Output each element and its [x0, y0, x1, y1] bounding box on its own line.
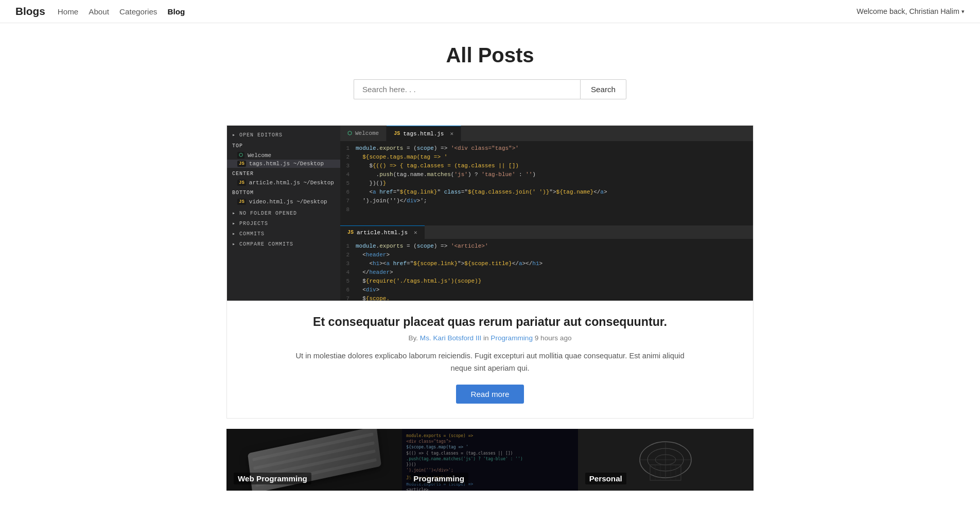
- card-personal-overlay: Personal: [578, 429, 754, 491]
- nav-link-categories[interactable]: Categories: [119, 7, 157, 16]
- featured-post-body: Et consequatur placeat quas rerum pariat…: [227, 301, 753, 418]
- js-icon-2: JS: [237, 180, 246, 186]
- sidebar-section-bottom: BOTTOM: [227, 187, 340, 198]
- tab-welcome[interactable]: ⬡ Welcome: [340, 126, 387, 141]
- code-line-2: ${scope.tags.map(tag => ': [356, 154, 753, 160]
- line-num-6: 6: [340, 189, 356, 195]
- sidebar-section-center: CENTER: [227, 168, 340, 179]
- tab-vue-icon: ⬡: [347, 130, 352, 136]
- sidebar-item-welcome[interactable]: ⬡ Welcome: [227, 151, 340, 160]
- editor-main: ⬡ Welcome JS tags.html.js ✕ 1module.expo…: [340, 126, 753, 301]
- sidebar-file-tags: tags.html.js ~/Desktop: [249, 161, 324, 167]
- nav-links: Home About Categories Blog: [58, 7, 185, 16]
- nav-link-about[interactable]: About: [89, 7, 109, 16]
- sidebar-item-video[interactable]: JS video.html.js ~/Desktop: [227, 198, 340, 206]
- line-num-1: 1: [340, 145, 356, 151]
- code-line-5: })()}: [356, 180, 753, 186]
- tab-bar-2: JS article.html.js ✕: [340, 225, 753, 239]
- page-title: All Posts: [10, 44, 970, 67]
- code-line-7: ').join('')</div>';: [356, 198, 753, 204]
- sidebar-commits: ▸ COMMITS: [227, 229, 340, 239]
- sidebar-file-article: article.html.js ~/Desktop: [249, 180, 334, 186]
- line-num-2: 2: [340, 154, 356, 160]
- card-personal-label: Personal: [585, 473, 626, 484]
- user-greeting: Welcome back, Christian Halim: [856, 7, 959, 15]
- dropdown-caret: ▾: [961, 8, 965, 15]
- line-num-4: 4: [340, 171, 356, 178]
- b-code-3: <h1><a href="${scope.link}">${scope.titl…: [356, 260, 753, 267]
- tab-welcome-label: Welcome: [355, 130, 379, 136]
- editor-sidebar: ▸ OPEN EDITORS TOP ⬡ Welcome JS tags.htm…: [227, 126, 340, 301]
- b-line-1: 1: [340, 243, 356, 249]
- sidebar-section-top: TOP: [227, 140, 340, 151]
- tab-article-label: article.html.js: [357, 230, 408, 236]
- navbar: Blogs Home About Categories Blog Welcome…: [0, 0, 980, 23]
- line-num-5: 5: [340, 180, 356, 186]
- search-input[interactable]: [354, 79, 580, 99]
- card-web-programming-overlay: Web Programming: [226, 429, 402, 491]
- code-line-6: <a href="${tag.link}" class="${tag.class…: [356, 189, 753, 195]
- js-icon-3: JS: [237, 199, 246, 205]
- featured-post-title: Et consequatur placeat quas rerum pariat…: [248, 315, 732, 329]
- tab-close-icon[interactable]: ✕: [450, 130, 453, 137]
- nav-brand[interactable]: Blogs: [15, 5, 45, 18]
- hero-section: All Posts Search: [0, 23, 980, 115]
- tab-bar: ⬡ Welcome JS tags.html.js ✕: [340, 126, 753, 141]
- card-programming-overlay: Programming: [402, 429, 577, 491]
- card-personal[interactable]: Personal: [578, 429, 754, 491]
- card-programming[interactable]: module.exports = (scope) => <div class="…: [402, 429, 577, 491]
- code-area-top: 1module.exports = (scope) => '<div class…: [340, 141, 753, 224]
- code-line-4: .push(tag.name.matches('js') ? 'tag-blue…: [356, 171, 753, 178]
- featured-image: ▸ OPEN EDITORS TOP ⬡ Welcome JS tags.htm…: [227, 126, 753, 301]
- tab-tags[interactable]: JS tags.html.js ✕: [387, 126, 461, 141]
- tab-js-icon: JS: [394, 131, 400, 136]
- sidebar-item-tags[interactable]: JS tags.html.js ~/Desktop: [227, 160, 340, 168]
- tab-article[interactable]: JS article.html.js ✕: [340, 225, 425, 239]
- sidebar-projects: ▸ PROJECTS: [227, 218, 340, 229]
- b-line-4: 4: [340, 269, 356, 275]
- sidebar-file-welcome: Welcome: [248, 152, 271, 159]
- vue-icon: ⬡: [237, 152, 244, 159]
- sidebar-item-article[interactable]: JS article.html.js ~/Desktop: [227, 179, 340, 187]
- b-line-6: 6: [340, 287, 356, 293]
- card-web-programming-label: Web Programming: [234, 473, 311, 484]
- code-area-bottom: 1module.exports = (scope) => '<article>'…: [340, 239, 753, 301]
- tab-js-icon-2: JS: [347, 230, 354, 235]
- read-more-button[interactable]: Read more: [456, 385, 523, 404]
- tab-close-icon-2[interactable]: ✕: [414, 229, 417, 236]
- featured-time: 9 hours ago: [535, 334, 572, 342]
- line-num-7: 7: [340, 198, 356, 204]
- featured-category-link[interactable]: Programming: [491, 334, 533, 342]
- sidebar-compare: ▸ COMPARE COMMITS: [227, 239, 340, 249]
- featured-post-meta: By. Ms. Kari Botsford III in Programming…: [248, 334, 732, 342]
- b-code-1: module.exports = (scope) => '<article>': [356, 243, 753, 249]
- b-line-5: 5: [340, 278, 356, 284]
- featured-excerpt: Ut in molestiae dolores explicabo laboru…: [294, 350, 686, 374]
- b-line-7: 7: [340, 296, 356, 301]
- nav-user[interactable]: Welcome back, Christian Halim ▾: [856, 7, 965, 15]
- nav-link-home[interactable]: Home: [58, 7, 79, 16]
- card-programming-label: Programming: [409, 473, 468, 484]
- line-num-3: 3: [340, 163, 356, 169]
- b-code-6: <div>: [356, 287, 753, 293]
- nav-link-blog[interactable]: Blog: [167, 7, 185, 16]
- sidebar-section-title: ▸ OPEN EDITORS: [227, 130, 340, 140]
- featured-post: ▸ OPEN EDITORS TOP ⬡ Welcome JS tags.htm…: [226, 125, 754, 419]
- b-line-3: 3: [340, 260, 356, 267]
- nav-left: Blogs Home About Categories Blog: [15, 5, 185, 18]
- b-code-4: </header>: [356, 269, 753, 275]
- b-code-5: ${require('./tags.html.js')(scope)}: [356, 278, 753, 284]
- search-button[interactable]: Search: [580, 79, 626, 99]
- code-line-1: module.exports = (scope) => '<div class=…: [356, 145, 753, 151]
- card-web-programming[interactable]: Web Programming: [226, 429, 402, 491]
- code-line-3: ${(() => { tag.classes = (tag.classes ||…: [356, 163, 753, 169]
- line-num-8: 8: [340, 206, 356, 213]
- b-code-7: ${scope.: [356, 296, 753, 301]
- card-grid: Web Programming module.exports = (scope)…: [226, 429, 754, 491]
- sidebar-no-folder: ▸ NO FOLDER OPENED: [227, 206, 340, 218]
- featured-author-link[interactable]: Ms. Kari Botsford III: [420, 334, 481, 342]
- tab-tags-label: tags.html.js: [403, 131, 444, 137]
- b-line-2: 2: [340, 252, 356, 258]
- editor-mock: ▸ OPEN EDITORS TOP ⬡ Welcome JS tags.htm…: [227, 126, 753, 301]
- search-form: Search: [10, 79, 970, 99]
